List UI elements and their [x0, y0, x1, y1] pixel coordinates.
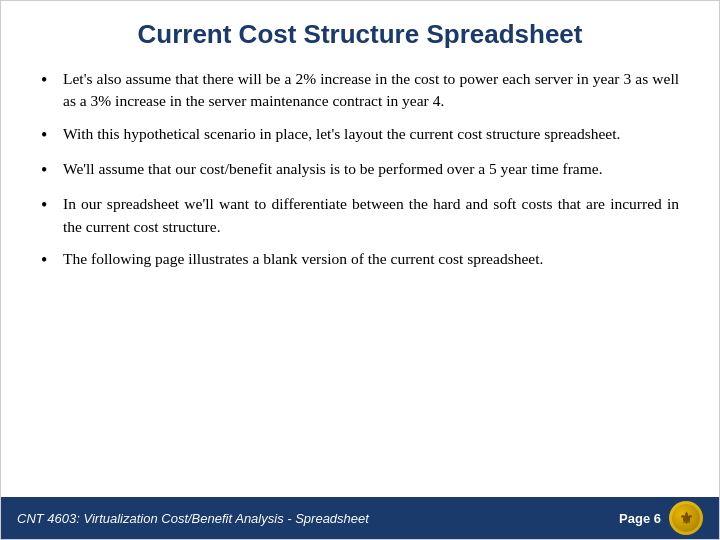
bullet-dot-4: •: [41, 192, 63, 218]
bullet-item-4: • In our spreadsheet we'll want to diffe…: [41, 193, 679, 238]
bullet-item-3: • We'll assume that our cost/benefit ana…: [41, 158, 679, 183]
bullet-dot-3: •: [41, 157, 63, 183]
bullet-dot-5: •: [41, 247, 63, 273]
bullet-item-1: • Let's also assume that there will be a…: [41, 68, 679, 113]
slide-title: Current Cost Structure Spreadsheet: [41, 19, 679, 50]
footer-page-number: Page 6: [619, 511, 661, 526]
bullet-text-2: With this hypothetical scenario in place…: [63, 123, 679, 145]
footer-right-section: Page 6 ⚜: [619, 501, 703, 535]
bullet-text-5: The following page illustrates a blank v…: [63, 248, 679, 270]
bullet-text-4: In our spreadsheet we'll want to differe…: [63, 193, 679, 238]
footer-logo: ⚜: [669, 501, 703, 535]
bullet-dot-2: •: [41, 122, 63, 148]
bullet-item-5: • The following page illustrates a blank…: [41, 248, 679, 273]
footer: CNT 4603: Virtualization Cost/Benefit An…: [1, 497, 719, 539]
logo-swirl-icon: ⚜: [679, 509, 693, 528]
bullet-text-3: We'll assume that our cost/benefit analy…: [63, 158, 679, 180]
bullet-list: • Let's also assume that there will be a…: [41, 68, 679, 273]
bullet-text-1: Let's also assume that there will be a 2…: [63, 68, 679, 113]
footer-left-text: CNT 4603: Virtualization Cost/Benefit An…: [17, 511, 369, 526]
slide-content: Current Cost Structure Spreadsheet • Let…: [1, 1, 719, 497]
bullet-dot-1: •: [41, 67, 63, 93]
slide: Current Cost Structure Spreadsheet • Let…: [0, 0, 720, 540]
logo-inner: ⚜: [672, 504, 700, 532]
bullet-item-2: • With this hypothetical scenario in pla…: [41, 123, 679, 148]
